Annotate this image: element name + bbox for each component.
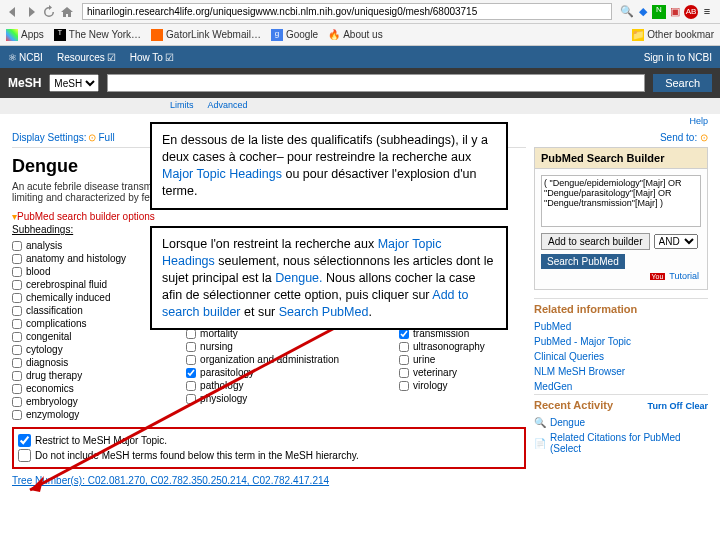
- subheading-item[interactable]: nursing: [186, 340, 339, 353]
- mesh-title: MeSH: [8, 76, 41, 90]
- recent-item[interactable]: 🔍Dengue: [534, 415, 708, 430]
- sidebar: Send to: ⊙ PubMed Search Builder ( "Deng…: [534, 128, 708, 490]
- restrict-major-checkbox[interactable]: Restrict to MeSH Major Topic.: [18, 433, 520, 448]
- related-info-head: Related information: [534, 298, 708, 319]
- subheading-item[interactable]: organization and administration: [186, 353, 339, 366]
- ext-icon-1[interactable]: ◆: [636, 5, 650, 19]
- tutorial-link[interactable]: Tutorial: [669, 271, 699, 281]
- recent-item[interactable]: 📄Related Citations for PubMed (Select: [534, 430, 708, 456]
- query-textarea[interactable]: ( "Dengue/epidemiology"[Majr] OR "Dengue…: [541, 175, 701, 227]
- back-icon[interactable]: [6, 5, 20, 19]
- subheading-item[interactable]: cytology: [12, 343, 126, 356]
- ext-icon-3[interactable]: ▣: [668, 5, 682, 19]
- advanced-link[interactable]: Advanced: [208, 100, 248, 112]
- subheadings-col1: analysisanatomy and histologybloodcerebr…: [12, 239, 126, 421]
- doc-icon: 📄: [534, 438, 546, 449]
- tree-numbers-link[interactable]: Tree Number(s): C02.081.270, C02.782.350…: [12, 475, 526, 486]
- restrict-options: Restrict to MeSH Major Topic. Do not inc…: [12, 427, 526, 469]
- mesh-search-input[interactable]: [107, 74, 645, 92]
- ext-icon-2[interactable]: N: [652, 5, 666, 19]
- related-link[interactable]: PubMed: [534, 319, 708, 334]
- subheading-item[interactable]: parasitology: [186, 366, 339, 379]
- subheading-item[interactable]: congenital: [12, 330, 126, 343]
- ncbi-header: ⚛ NCBI Resources ☑ How To ☑ Sign in to N…: [0, 46, 720, 68]
- send-to-menu[interactable]: Send to: ⊙: [534, 128, 708, 147]
- subheading-item[interactable]: physiology: [186, 392, 339, 405]
- url-input[interactable]: [82, 3, 612, 20]
- bookmark-nyt[interactable]: TThe New York…: [54, 29, 141, 41]
- abp-icon[interactable]: AB: [684, 5, 698, 19]
- builder-options-label: ▾PubMed search builder options: [12, 211, 526, 222]
- no-explode-checkbox[interactable]: Do not include MeSH terms found below th…: [18, 448, 520, 463]
- subheading-item[interactable]: cerebrospinal fluid: [12, 278, 126, 291]
- search-glyph-icon[interactable]: 🔍: [620, 5, 634, 19]
- related-link[interactable]: MedGen: [534, 379, 708, 394]
- recent-activity-head: Recent Activity Turn Off Clear: [534, 394, 708, 415]
- forward-icon[interactable]: [24, 5, 38, 19]
- mesh-search-bar: MeSH MeSH Search: [0, 68, 720, 98]
- turnoff-link[interactable]: Turn Off: [648, 401, 683, 411]
- mesh-search-button[interactable]: Search: [653, 74, 712, 92]
- subheading-item[interactable]: embryology: [12, 395, 126, 408]
- builder-box-head: PubMed Search Builder: [535, 148, 707, 169]
- browser-toolbar: 🔍 ◆ N ▣ AB ≡: [0, 0, 720, 24]
- reload-icon[interactable]: [42, 5, 56, 19]
- bookmark-gator[interactable]: GatorLink Webmail…: [151, 29, 261, 41]
- callout-1: En dessous de la liste des qualificatifs…: [150, 122, 508, 210]
- add-to-builder-button[interactable]: Add to search builder: [541, 233, 650, 250]
- search-builder-box: PubMed Search Builder ( "Dengue/epidemio…: [534, 147, 708, 290]
- mesh-db-select[interactable]: MeSH: [49, 74, 99, 92]
- subheading-item[interactable]: complications: [12, 317, 126, 330]
- related-links: PubMedPubMed - Major TopicClinical Queri…: [534, 319, 708, 394]
- bookmarks-bar: Apps TThe New York… GatorLink Webmail… g…: [0, 24, 720, 46]
- search-icon: 🔍: [534, 417, 546, 428]
- home-icon[interactable]: [60, 5, 74, 19]
- limits-link[interactable]: Limits: [170, 100, 194, 112]
- bookmark-google[interactable]: gGoogle: [271, 29, 318, 41]
- subheading-item[interactable]: drug therapy: [12, 369, 126, 382]
- bookmark-about[interactable]: 🔥About us: [328, 29, 382, 41]
- callout-2: Lorsque l'on restreint la recherche aux …: [150, 226, 508, 330]
- howto-menu[interactable]: How To ☑: [130, 52, 174, 63]
- search-pubmed-button[interactable]: Search PubMed: [541, 254, 625, 269]
- subheading-item[interactable]: pathology: [186, 379, 339, 392]
- subheading-item[interactable]: veterinary: [399, 366, 485, 379]
- resources-menu[interactable]: Resources ☑: [57, 52, 116, 63]
- subheading-item[interactable]: chemically induced: [12, 291, 126, 304]
- chevron-down-icon: ⊙: [88, 132, 96, 143]
- related-link[interactable]: Clinical Queries: [534, 349, 708, 364]
- extension-icons: 🔍 ◆ N ▣ AB ≡: [620, 5, 714, 19]
- sign-in-link[interactable]: Sign in to NCBI: [644, 52, 712, 63]
- subheading-item[interactable]: enzymology: [12, 408, 126, 421]
- search-sublinks: Limits Advanced: [0, 98, 720, 114]
- clear-link[interactable]: Clear: [685, 401, 708, 411]
- subheading-item[interactable]: blood: [12, 265, 126, 278]
- menu-icon[interactable]: ≡: [700, 5, 714, 19]
- subheading-item[interactable]: urine: [399, 353, 485, 366]
- related-link[interactable]: NLM MeSH Browser: [534, 364, 708, 379]
- subheading-item[interactable]: virology: [399, 379, 485, 392]
- subheading-item[interactable]: anatomy and histology: [12, 252, 126, 265]
- other-bookmarks[interactable]: 📁Other bookmar: [632, 29, 714, 41]
- ncbi-logo[interactable]: ⚛ NCBI: [8, 52, 43, 63]
- related-link[interactable]: PubMed - Major Topic: [534, 334, 708, 349]
- subheading-item[interactable]: diagnosis: [12, 356, 126, 369]
- operator-select[interactable]: AND: [654, 234, 698, 249]
- youtube-icon: You: [650, 273, 666, 280]
- subheading-item[interactable]: analysis: [12, 239, 126, 252]
- subheading-item[interactable]: classification: [12, 304, 126, 317]
- subheading-item[interactable]: ultrasonography: [399, 340, 485, 353]
- apps-button[interactable]: Apps: [6, 29, 44, 41]
- subheading-item[interactable]: economics: [12, 382, 126, 395]
